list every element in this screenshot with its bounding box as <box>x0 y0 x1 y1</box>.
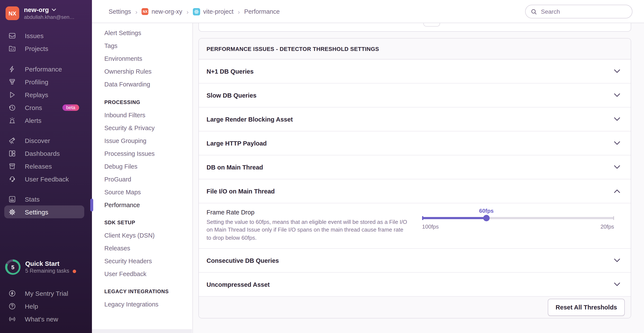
user-feedback-icon <box>8 175 16 183</box>
stats-icon <box>8 195 16 203</box>
detector-row-slow-db[interactable]: Slow DB Queries <box>199 84 631 107</box>
slider-value-label: 60fps <box>479 208 494 214</box>
settings-nav-debug-files[interactable]: Debug Files <box>92 160 192 173</box>
detector-row-large-render-blocking[interactable]: Large Render Blocking Asset <box>199 107 631 131</box>
settings-nav-security-privacy[interactable]: Security & Privacy <box>92 122 192 134</box>
notification-dot <box>73 269 76 273</box>
settings-nav-inbound-filters[interactable]: Inbound Filters <box>92 109 192 122</box>
sidebar-item-discover[interactable]: Discover <box>0 134 92 147</box>
breadcrumb-separator: › <box>238 8 240 15</box>
sidebar-footer: My Sentry Trial Help What's new <box>0 287 92 325</box>
nav-scrollbar-track[interactable] <box>92 329 192 333</box>
settings-secondary-nav: Alert Settings Tags Environments Ownersh… <box>92 23 193 333</box>
sidebar-item-label: Stats <box>25 195 40 203</box>
sidebar-item-profiling[interactable]: Profiling <box>0 75 92 88</box>
slider-max-tick <box>613 216 614 220</box>
previous-card-bottom <box>198 23 631 32</box>
performance-icon <box>8 65 16 73</box>
breadcrumb-settings[interactable]: Settings <box>108 8 131 15</box>
frame-rate-slider[interactable]: 60fps 100fps 20fps <box>422 203 614 248</box>
settings-nav-proguard[interactable]: ProGuard <box>92 173 192 186</box>
sidebar-item-dashboards[interactable]: Dashboards <box>0 147 92 160</box>
main-sidebar: NX new-org abdullah.khan@sen… Issues Pro… <box>0 0 92 333</box>
settings-nav-section-sdk-setup: SDK SETUP <box>92 216 192 229</box>
trial-icon <box>8 289 16 297</box>
profiling-icon <box>8 78 16 86</box>
settings-nav-source-maps[interactable]: Source Maps <box>92 186 192 199</box>
chevron-down-icon <box>614 141 620 145</box>
search-box[interactable] <box>525 5 632 19</box>
chevron-down-icon <box>614 258 620 262</box>
nx-org-icon: NX <box>142 8 148 15</box>
react-project-icon <box>193 8 200 15</box>
sidebar-item-settings[interactable]: Settings <box>4 205 84 218</box>
sidebar-item-label: Profiling <box>25 78 48 85</box>
slider-handle[interactable] <box>483 215 490 221</box>
sidebar-item-user-feedback[interactable]: User Feedback <box>0 172 92 185</box>
sidebar-item-label: Discover <box>25 137 50 144</box>
card-title: PERFORMANCE ISSUES - DETECTOR THRESHOLD … <box>206 46 379 52</box>
sidebar-item-help[interactable]: Help <box>0 300 92 312</box>
help-icon <box>8 302 16 310</box>
org-switcher[interactable]: NX new-org abdullah.khan@sen… <box>6 6 74 21</box>
quick-start-count: 5 <box>7 261 18 273</box>
detector-row-file-io-main-thread[interactable]: File I/O on Main Thread <box>199 179 631 203</box>
sidebar-item-performance[interactable]: Performance <box>0 63 92 75</box>
detector-threshold-card: PERFORMANCE ISSUES - DETECTOR THRESHOLD … <box>198 38 631 318</box>
sidebar-item-projects[interactable]: Projects <box>0 42 92 55</box>
detector-row-large-http-payload[interactable]: Large HTTP Payload <box>199 131 631 155</box>
detector-row-uncompressed-asset[interactable]: Uncompressed Asset <box>199 273 631 297</box>
projects-icon <box>8 45 16 52</box>
card-footer: Reset All Thresholds <box>199 297 631 318</box>
breadcrumb-project[interactable]: vite-project <box>193 8 234 15</box>
settings-nav-ownership-rules[interactable]: Ownership Rules <box>92 65 192 78</box>
sidebar-item-label: Performance <box>25 65 62 73</box>
settings-nav-label: Performance <box>104 202 140 208</box>
slider-fill <box>422 217 486 219</box>
settings-nav-tags[interactable]: Tags <box>92 39 192 52</box>
detector-row-n-plus-one-db[interactable]: N+1 DB Queries <box>199 60 631 84</box>
org-email: abdullah.khan@sen… <box>24 15 74 21</box>
breadcrumb-page: Performance <box>244 8 280 15</box>
sidebar-item-releases[interactable]: Releases <box>0 160 92 172</box>
settings-nav-issue-grouping[interactable]: Issue Grouping <box>92 134 192 147</box>
chevron-down-icon <box>614 117 620 121</box>
settings-nav-client-keys[interactable]: Client Keys (DSN) <box>92 229 192 242</box>
chevron-up-icon <box>614 189 620 193</box>
quick-start-widget[interactable]: 5 Quick Start 5 Remaining tasks <box>5 259 76 275</box>
sidebar-item-label: Replays <box>25 91 48 98</box>
settings-nav-security-headers[interactable]: Security Headers <box>92 255 192 267</box>
chevron-down-icon <box>614 282 620 286</box>
reset-all-thresholds-button[interactable]: Reset All Thresholds <box>548 299 625 316</box>
sidebar-item-my-sentry-trial[interactable]: My Sentry Trial <box>0 287 92 300</box>
sidebar-item-stats[interactable]: Stats <box>0 193 92 205</box>
settings-nav-alert-settings[interactable]: Alert Settings <box>92 27 192 39</box>
sidebar-item-crons[interactable]: Crons beta <box>0 101 92 114</box>
sidebar-item-issues[interactable]: Issues <box>0 29 92 42</box>
settings-nav-processing-issues[interactable]: Processing Issues <box>92 147 192 160</box>
settings-nav-legacy-integrations[interactable]: Legacy Integrations <box>92 298 192 311</box>
search-input[interactable] <box>540 8 627 16</box>
breadcrumb-separator: › <box>135 8 138 15</box>
sidebar-item-label: My Sentry Trial <box>25 289 68 297</box>
settings-nav-user-feedback[interactable]: User Feedback <box>92 267 192 280</box>
chevron-down-icon <box>614 165 620 169</box>
breadcrumb-organization[interactable]: NX new-org-xy <box>142 8 182 15</box>
active-indicator <box>90 199 93 211</box>
settings-nav-data-forwarding[interactable]: Data Forwarding <box>92 78 192 91</box>
detector-row-db-main-thread[interactable]: DB on Main Thread <box>199 155 631 179</box>
detector-row-consecutive-db[interactable]: Consecutive DB Queries <box>199 249 631 273</box>
main-content: PERFORMANCE ISSUES - DETECTOR THRESHOLD … <box>193 23 644 333</box>
whats-new-icon <box>8 315 16 323</box>
sidebar-item-label: User Feedback <box>25 175 69 183</box>
replays-icon <box>8 91 16 98</box>
sidebar-item-replays[interactable]: Replays <box>0 88 92 101</box>
crons-icon <box>8 104 16 111</box>
sidebar-item-alerts[interactable]: Alerts <box>0 114 92 127</box>
sidebar-item-whats-new[interactable]: What's new <box>0 312 92 325</box>
breadcrumb-project-label: vite-project <box>203 8 234 15</box>
settings-nav-performance[interactable]: Performance <box>92 199 192 211</box>
settings-nav-environments[interactable]: Environments <box>92 52 192 65</box>
search-icon <box>531 8 537 15</box>
settings-nav-releases[interactable]: Releases <box>92 242 192 255</box>
